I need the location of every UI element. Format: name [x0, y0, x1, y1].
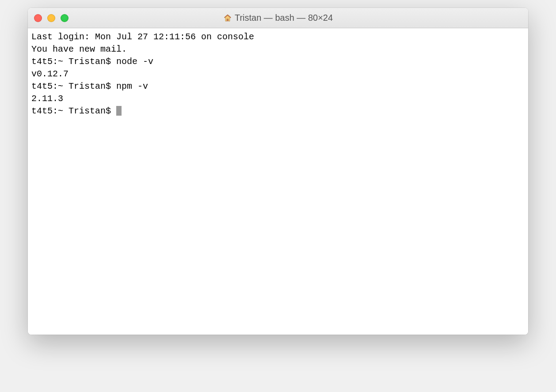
home-icon [223, 14, 232, 23]
terminal-output-line: 2.11.3 [31, 93, 525, 105]
terminal-output-line: t4t5:~ Tristan$ npm -v [31, 80, 525, 93]
terminal-output-line: t4t5:~ Tristan$ node -v [31, 56, 525, 68]
close-button[interactable] [34, 14, 42, 22]
minimize-button[interactable] [47, 14, 55, 22]
svg-rect-0 [227, 19, 228, 21]
terminal-prompt: t4t5:~ Tristan$ [31, 106, 116, 116]
terminal-output-line: You have new mail. [31, 43, 525, 56]
cursor-icon [116, 106, 122, 116]
terminal-prompt-line: t4t5:~ Tristan$ [31, 105, 525, 117]
terminal-body[interactable]: Last login: Mon Jul 27 12:11:56 on conso… [28, 28, 528, 335]
terminal-window: Tristan — bash — 80×24 Last login: Mon J… [28, 8, 528, 335]
terminal-output-line: v0.12.7 [31, 68, 525, 80]
window-title-container: Tristan — bash — 80×24 [28, 13, 528, 23]
window-title: Tristan — bash — 80×24 [235, 13, 333, 23]
traffic-lights [28, 14, 69, 22]
terminal-output-line: Last login: Mon Jul 27 12:11:56 on conso… [31, 31, 525, 43]
maximize-button[interactable] [61, 14, 69, 22]
title-bar[interactable]: Tristan — bash — 80×24 [28, 8, 528, 28]
